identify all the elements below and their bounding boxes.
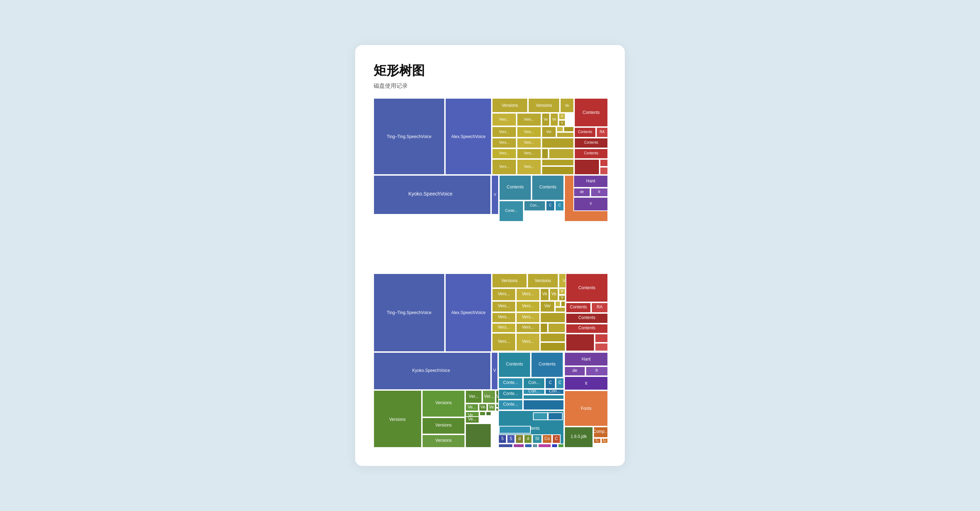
- label-ting-ting: Ting–Ting.SpeechVoice: [387, 310, 431, 315]
- cell-sm-o5: [540, 323, 547, 333]
- cell-sm-tl3: [499, 426, 530, 433]
- label-vers-4: Vers...: [499, 118, 509, 121]
- label-ver-1: Ver: [546, 130, 552, 134]
- cell-contents-5: [574, 159, 599, 175]
- label-st: St: [535, 436, 539, 441]
- page-subtitle: 磁盘使用记录: [374, 82, 606, 90]
- label-vers-o9: Vers...: [498, 325, 510, 330]
- label-vers-9: Vers...: [524, 140, 534, 145]
- label-ve-g2: Ve...: [468, 404, 476, 409]
- label-versions-3: Ve: [565, 103, 569, 108]
- cell-sm-2: [564, 127, 574, 132]
- cell-sm-1: [557, 127, 563, 132]
- cell-sm-3: [557, 132, 574, 137]
- label-contents-m1: Contents: [507, 185, 524, 189]
- label-versions-o1: Versions: [501, 278, 518, 283]
- label-vers-o3: Vers...: [498, 291, 510, 296]
- cell-sm-tl2: [548, 413, 562, 420]
- label-conte-t3: Conte...: [503, 402, 518, 407]
- cell-t-bottom: [523, 400, 564, 410]
- label-fr: fr: [595, 368, 598, 373]
- cell-sm-r1: [595, 334, 608, 342]
- label-ver-g2: Ver...: [484, 394, 493, 399]
- label-v-kyoko: V: [494, 193, 496, 197]
- label-num5-2: 5: [510, 436, 512, 441]
- label-ve-g3: Ve: [480, 404, 485, 409]
- cell-green-bottom: [466, 424, 491, 447]
- label-versions-gb: Versions: [435, 423, 452, 428]
- label-conte-t2: Conte...: [503, 391, 518, 396]
- label-conte-1: Conte...: [505, 209, 517, 213]
- cell-sm-o2: [561, 301, 565, 307]
- label-comp: Comp...: [593, 429, 608, 434]
- label-vers-o4: Vers...: [522, 291, 534, 296]
- label-contents-4: Contents: [584, 151, 598, 155]
- label-v-kyoko: V: [493, 368, 496, 373]
- label-ve-g4: Ve: [489, 404, 494, 409]
- label-c-1: C: [549, 203, 551, 207]
- cell-sm-t1: [523, 395, 564, 399]
- cell-sm-5: [542, 149, 548, 159]
- cell-v-g4: [486, 412, 491, 415]
- label-hant: Hant: [586, 178, 595, 183]
- label-c-t2: C: [558, 380, 562, 385]
- label-vers-12: Vers...: [499, 165, 509, 169]
- label-con-t1: Con...: [528, 380, 540, 385]
- label-de: de: [580, 190, 584, 194]
- label-vers-o11: Vers...: [498, 339, 510, 344]
- cell-bs-7: [558, 444, 564, 447]
- cell-sm-r2: [595, 343, 608, 351]
- label-hant: Hant: [582, 357, 591, 361]
- label-vers-o10: Vers...: [522, 325, 534, 330]
- label-num5-1: 5: [501, 436, 504, 441]
- cell-sm-row4: [542, 138, 574, 148]
- label-contents-r4: Contents: [578, 325, 595, 330]
- cell-sm-tl1: [533, 413, 547, 420]
- label-contents-r1: Contents: [578, 285, 595, 290]
- label-vers-11: Vers...: [524, 151, 534, 155]
- label-d-2: d: [527, 436, 530, 441]
- label-vers-6: Vers...: [499, 130, 509, 134]
- cell-sm-o1: [555, 301, 560, 307]
- label-ver-g1: Ver...: [469, 394, 478, 399]
- cell-bs-5: [538, 444, 551, 447]
- label-d-1: d: [519, 436, 521, 441]
- label-v-2: V: [561, 121, 563, 125]
- cell-sm-o7: [540, 333, 565, 342]
- label-vers-o6: Vers...: [522, 303, 534, 308]
- label-contents-top: Contents: [582, 110, 600, 115]
- label-c-comp2: C: [603, 438, 606, 443]
- label-v-o2: V: [561, 295, 563, 300]
- label-versions-1: Versions: [502, 103, 518, 108]
- cell-sm-r1: [600, 159, 608, 166]
- label-c-2: C: [558, 203, 561, 207]
- label-alex: Alex.SpeechVoice: [451, 134, 486, 139]
- cell-bs-4: [533, 444, 538, 447]
- cell-sm-o6: [548, 323, 565, 333]
- label-contents-r3: Contents: [578, 315, 595, 320]
- cell-bs-3: [525, 444, 532, 447]
- treemap-container: Ting–Ting.SpeechVoice Alex.SpeechVoice V…: [374, 98, 606, 447]
- label-con-t2: Con...: [528, 388, 540, 393]
- label-contents-t2: Contents: [539, 361, 556, 366]
- cell-sm-r2: [600, 167, 608, 175]
- cell-sm-6: [549, 149, 574, 159]
- label-vers-13: Vers...: [524, 165, 534, 169]
- cell-sm-8: [542, 166, 574, 175]
- label-c-t1: C: [549, 380, 552, 385]
- label-con-t3: Con...: [549, 388, 560, 393]
- label-fonts: Fonts: [581, 406, 592, 411]
- label-vers-10: Vers...: [499, 151, 509, 155]
- cell-v-g3: [480, 412, 485, 415]
- label-co: Co: [544, 436, 550, 441]
- label-vers-o8: Vers...: [522, 314, 534, 319]
- cell-bs-2: [514, 444, 524, 447]
- treemap-main: Ting–Ting.SpeechVoice Alex.SpeechVoice K…: [374, 274, 608, 447]
- cell-bs-6: [552, 444, 557, 447]
- label-vers-o5: Vers...: [498, 303, 510, 308]
- label-it: it: [590, 202, 592, 205]
- label-con-1: Con...: [530, 203, 540, 207]
- label-contents-2: Contents: [578, 130, 592, 134]
- cell-sm-o3: [555, 307, 565, 312]
- label-versions-o2: Versions: [535, 278, 551, 283]
